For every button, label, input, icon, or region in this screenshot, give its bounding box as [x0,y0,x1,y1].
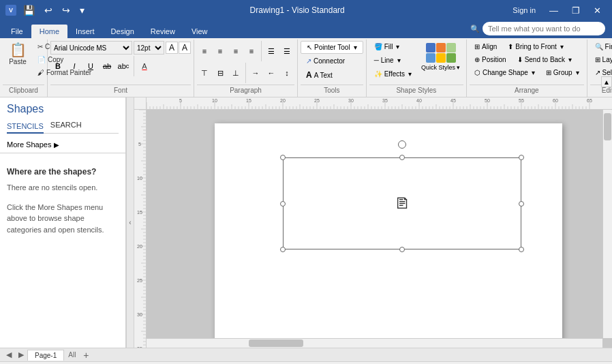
app-icon: V [5,5,16,16]
increase-font-btn[interactable]: A [166,42,178,54]
tab-design[interactable]: Design [103,25,142,38]
change-shape-icon: ⬡ [474,69,480,76]
send-to-back-btn[interactable]: ⬇ Send to Back ▾ [512,54,577,65]
bottom-align-btn[interactable]: ⊥ [228,66,243,80]
pointer-tool-btn[interactable]: ↖ Pointer Tool ▾ [301,41,363,54]
paste-button[interactable]: 📋 Paste [3,41,33,67]
editing-group: 🔍 Find ▾ ⊞ Layers ▾ ↗ Select ▾ Editing [587,40,612,97]
panel-collapse-handle[interactable]: ‹ [126,97,134,348]
handle-middle-right[interactable] [519,201,524,207]
strikethrough-button[interactable]: ab [100,59,114,73]
svg-text:35: 35 [137,346,142,348]
font-label: Font [50,85,191,95]
page-1-tab[interactable]: Page-1 [27,350,64,361]
page-canvas: 🖹 [215,123,562,348]
handle-top-right[interactable] [519,155,524,160]
group-btn[interactable]: ⊞ Group ▾ [541,67,584,78]
editing-btns: 🔍 Find ▾ ⊞ Layers ▾ ↗ Select ▾ [590,41,612,78]
restore-button[interactable]: ❐ [566,3,585,18]
shape-container[interactable]: 🖹 [283,157,521,249]
shape-styles-content: 🪣 Fill ▾ ─ Line ▾ ✨ Effects ▾ [369,41,463,83]
bring-to-front-btn[interactable]: ⬆ Bring to Front ▾ [503,41,568,52]
h-scrollbar-thumb[interactable] [249,339,303,347]
middle-align-btn[interactable]: ⊟ [213,66,228,80]
scroll-pages-right[interactable]: ▶ [15,349,27,361]
vertical-scrollbar[interactable] [602,110,612,338]
send-back-icon: ⬇ [517,56,523,63]
quick-access-dropdown[interactable]: ▾ [77,3,87,17]
bold-button[interactable]: B [50,59,65,73]
align-btn[interactable]: ⊞ Align [470,41,502,52]
sign-in-button[interactable]: Sign in [507,3,541,17]
font-content: Arial Unicode MS 12pt A A B I U ab abc [50,41,191,83]
v-scrollbar-thumb[interactable] [604,113,611,140]
numbered-list-btn[interactable]: ☰ [279,44,294,58]
position-btn[interactable]: ⊕ Position [470,54,511,65]
paragraph-group: ≡ ≡ ≡ ≡ ☰ ☰ ⊤ ⊟ ⊥ → ← ↕ P [194,40,298,97]
ribbon-search-input[interactable] [483,22,605,35]
fill-btn[interactable]: 🪣 Fill ▾ [369,41,416,52]
tab-insert[interactable]: Insert [67,25,103,38]
shapes-title: Shapes [7,103,119,115]
effects-btn[interactable]: ✨ Effects ▾ [369,68,416,80]
line-spacing-btn[interactable]: ↕ [279,66,294,80]
add-page-btn[interactable]: + [80,349,92,361]
stencils-tab[interactable]: STENCILS [7,119,44,134]
undo-btn[interactable]: ↩ [42,3,55,17]
handle-bottom-right[interactable] [519,247,524,252]
connector-icon: ↗ [306,57,311,65]
increase-indent-btn[interactable]: → [248,66,263,80]
shapes-header: Shapes STENCILS SEARCH [0,97,125,136]
change-shape-btn[interactable]: ⬡ Change Shape ▾ [470,67,540,78]
underline-button[interactable]: U [83,59,98,73]
tab-file[interactable]: File [3,25,31,38]
save-quick-btn[interactable]: 💾 [20,3,37,17]
svg-text:35: 35 [382,98,388,103]
justify-btn[interactable]: ≡ [244,44,259,58]
decrease-indent-btn[interactable]: ← [264,66,279,80]
clipboard-group: 📋 Paste ✂ Cut 📄 Copy 🖌 Format Painter Cl… [0,40,48,97]
paste-icon: 📋 [10,43,27,57]
minimize-button[interactable]: — [544,3,564,18]
connector-btn[interactable]: ↗ Connector [301,55,350,67]
font-color-button[interactable]: A [137,59,152,73]
search-tab[interactable]: SEARCH [50,119,82,130]
font-size-select[interactable]: 12pt [134,41,164,55]
handle-top-left[interactable] [280,155,286,160]
svg-text:25: 25 [137,278,142,283]
svg-text:50: 50 [485,98,490,103]
close-button[interactable]: ✕ [588,3,607,18]
ribbon-search-area: 🔍 [463,22,612,38]
handle-bottom-left[interactable] [280,247,286,252]
subscript-button[interactable]: abc [116,59,131,73]
rotate-handle[interactable] [398,140,406,149]
handle-middle-left[interactable] [280,201,286,207]
list-btn[interactable]: ☰ [264,44,279,58]
tab-view[interactable]: View [183,25,216,38]
font-name-select[interactable]: Arial Unicode MS [50,41,132,55]
line-btn[interactable]: ─ Line ▾ [369,55,416,66]
align-center-btn[interactable]: ≡ [213,44,228,58]
align-left-btn[interactable]: ≡ [197,44,212,58]
svg-text:55: 55 [519,98,524,103]
scroll-pages-left[interactable]: ◀ [3,349,15,361]
layers-btn[interactable]: ⊞ Layers ▾ [590,54,612,65]
handle-top-center[interactable] [399,155,405,160]
redo-btn[interactable]: ↪ [59,3,73,17]
quick-styles-btn[interactable]: Quick Styles▾ [418,41,463,73]
text-tool-btn[interactable]: A A Text [301,68,338,82]
tab-home[interactable]: Home [31,25,67,38]
drawing-surface[interactable]: 🖹 [147,110,612,348]
handle-bottom-center[interactable] [399,247,405,252]
align-right-btn[interactable]: ≡ [228,44,243,58]
decrease-font-btn[interactable]: A [179,42,191,54]
more-shapes-row[interactable]: More Shapes ▶ [0,136,125,153]
italic-button[interactable]: I [67,59,82,73]
tab-review[interactable]: Review [142,25,183,38]
svg-text:15: 15 [137,210,142,215]
find-btn[interactable]: 🔍 Find ▾ [590,41,612,52]
ribbon-collapse-btn[interactable]: ▲ [601,76,612,87]
top-align-btn[interactable]: ⊤ [197,66,212,80]
horizontal-scrollbar[interactable] [147,338,602,348]
all-pages-btn[interactable]: All [64,350,80,360]
